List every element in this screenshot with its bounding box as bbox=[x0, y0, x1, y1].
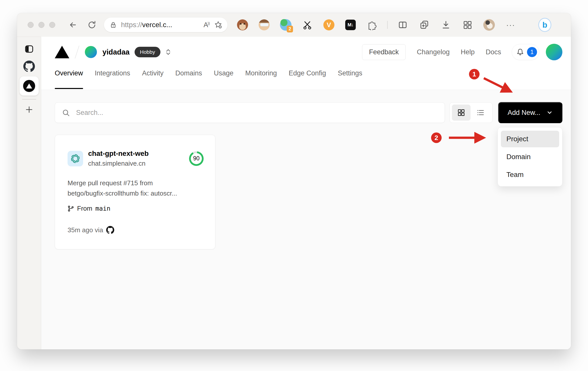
more-options-icon[interactable]: ··· bbox=[504, 18, 517, 31]
extensions-puzzle-icon[interactable] bbox=[366, 18, 379, 31]
project-card[interactable]: chat-gpt-next-web chat.simplenaive.cn 90… bbox=[55, 135, 215, 249]
help-link[interactable]: Help bbox=[461, 48, 475, 56]
notifications-button[interactable]: 1 bbox=[512, 44, 539, 60]
analytics-score-ring[interactable]: 90 bbox=[189, 151, 204, 166]
deployed-time: 35m ago via bbox=[68, 226, 103, 234]
tab-domains[interactable]: Domains bbox=[175, 69, 202, 89]
url-host: vercel.c... bbox=[142, 21, 172, 29]
add-new-button[interactable]: Add New... bbox=[498, 102, 562, 123]
tab-settings[interactable]: Settings bbox=[338, 69, 362, 89]
tab-integrations[interactable]: Integrations bbox=[95, 69, 130, 89]
annotation-step-1: 1 bbox=[469, 69, 480, 79]
plan-badge: Hobby bbox=[135, 47, 160, 57]
url-bar[interactable]: https://vercel.c... A)) bbox=[104, 18, 227, 32]
breadcrumb-slash bbox=[75, 45, 80, 59]
sidebar-divider bbox=[22, 99, 36, 100]
add-new-label: Add New... bbox=[508, 109, 541, 117]
lock-icon bbox=[109, 21, 117, 29]
search-box bbox=[55, 102, 445, 123]
list-view-button[interactable] bbox=[473, 105, 489, 121]
new-tab-plus-icon[interactable] bbox=[23, 103, 36, 116]
git-branch-icon bbox=[68, 205, 74, 212]
project-domain[interactable]: chat.simplenaive.cn bbox=[88, 160, 149, 167]
downloads-icon[interactable] bbox=[439, 18, 452, 31]
dropdown-item-project[interactable]: Project bbox=[501, 131, 559, 147]
dashboard-tabs: Overview Integrations Activity Domains U… bbox=[55, 69, 562, 89]
brand-row: yidadaa Hobby Feedback Changelog Help Do… bbox=[55, 44, 562, 60]
traffic-lights bbox=[28, 22, 55, 28]
github-sidebar-icon[interactable] bbox=[23, 60, 36, 73]
tab-edge-config[interactable]: Edge Config bbox=[289, 69, 326, 89]
chevron-down-icon bbox=[546, 109, 553, 116]
openai-logo-icon bbox=[68, 151, 83, 166]
minimize-window-button[interactable] bbox=[38, 22, 44, 28]
commit-message: Merge pull request #715 from betgo/bugfi… bbox=[68, 178, 204, 199]
docs-link[interactable]: Docs bbox=[486, 48, 501, 56]
collections-icon[interactable] bbox=[418, 18, 431, 31]
browser-window: https://vercel.c... A)) 2 V M↓ bbox=[17, 13, 571, 349]
scissors-extension-icon[interactable] bbox=[301, 18, 314, 31]
split-screen-icon[interactable] bbox=[396, 18, 409, 31]
tab-overview[interactable]: Overview bbox=[55, 69, 83, 89]
dropdown-item-domain[interactable]: Domain bbox=[501, 149, 559, 165]
branch-name: main bbox=[95, 205, 110, 212]
team-selector-icon[interactable] bbox=[165, 48, 171, 56]
v-extension-icon[interactable]: V bbox=[322, 18, 335, 31]
search-input[interactable] bbox=[55, 103, 445, 123]
view-toggle bbox=[449, 102, 493, 123]
dashboard-content: Add New... bbox=[41, 90, 571, 349]
apps-grid-icon[interactable] bbox=[461, 18, 474, 31]
avatar-extension-icon[interactable] bbox=[258, 18, 271, 31]
branch-label: From bbox=[77, 205, 92, 212]
tab-activity[interactable]: Activity bbox=[142, 69, 164, 89]
team-name[interactable]: yidadaa bbox=[102, 48, 130, 56]
project-name[interactable]: chat-gpt-next-web bbox=[88, 150, 149, 158]
browser-profile-avatar[interactable] bbox=[483, 18, 496, 31]
dashboard-header: yidadaa Hobby Feedback Changelog Help Do… bbox=[41, 37, 571, 90]
tools-row: Add New... bbox=[55, 102, 562, 123]
notification-count-badge: 1 bbox=[527, 47, 537, 57]
vercel-sidebar-tab-active[interactable] bbox=[20, 76, 39, 96]
tampermonkey-extension-icon[interactable] bbox=[236, 18, 249, 31]
user-avatar[interactable] bbox=[546, 44, 562, 60]
browser-toolbar: https://vercel.c... A)) 2 V M↓ bbox=[17, 13, 571, 37]
close-window-button[interactable] bbox=[28, 22, 34, 28]
edge-sidebar bbox=[17, 37, 41, 349]
tab-usage[interactable]: Usage bbox=[214, 69, 233, 89]
tab-monitoring[interactable]: Monitoring bbox=[245, 69, 277, 89]
proxy-extension-badge: 2 bbox=[287, 26, 293, 32]
grid-view-button[interactable] bbox=[452, 105, 471, 121]
bell-icon bbox=[516, 48, 524, 56]
branch-row: From main bbox=[68, 205, 204, 212]
team-avatar[interactable] bbox=[85, 46, 97, 58]
panel-toggle-icon[interactable] bbox=[23, 42, 36, 56]
refresh-icon[interactable] bbox=[87, 20, 96, 29]
bing-chat-icon[interactable]: b bbox=[538, 18, 551, 31]
project-card-head: chat-gpt-next-web chat.simplenaive.cn 90 bbox=[68, 150, 204, 167]
read-aloud-icon[interactable]: A)) bbox=[204, 21, 210, 29]
analytics-score-value: 90 bbox=[191, 153, 202, 164]
github-source-icon bbox=[106, 226, 114, 234]
back-arrow-icon[interactable] bbox=[68, 20, 77, 29]
vercel-logo-icon[interactable] bbox=[55, 46, 69, 58]
url-scheme: https:// bbox=[121, 21, 142, 29]
extensions-row: 2 V M↓ ··· bbox=[236, 18, 517, 31]
proxy-extension-icon[interactable]: 2 bbox=[279, 18, 292, 31]
feedback-button[interactable]: Feedback bbox=[362, 44, 406, 60]
markdown-extension-icon[interactable]: M↓ bbox=[344, 18, 357, 31]
deployment-meta: 35m ago via bbox=[68, 226, 204, 234]
search-icon bbox=[62, 109, 70, 117]
vercel-icon bbox=[23, 80, 35, 92]
add-new-dropdown: Project Domain Team bbox=[498, 127, 562, 187]
changelog-link[interactable]: Changelog bbox=[417, 48, 450, 56]
add-favorite-star-icon[interactable] bbox=[214, 21, 222, 29]
zoom-window-button[interactable] bbox=[49, 22, 55, 28]
dropdown-item-team[interactable]: Team bbox=[501, 166, 559, 183]
toolbar-divider bbox=[387, 21, 388, 29]
vercel-dashboard: yidadaa Hobby Feedback Changelog Help Do… bbox=[41, 37, 571, 349]
annotation-step-2: 2 bbox=[431, 132, 442, 143]
